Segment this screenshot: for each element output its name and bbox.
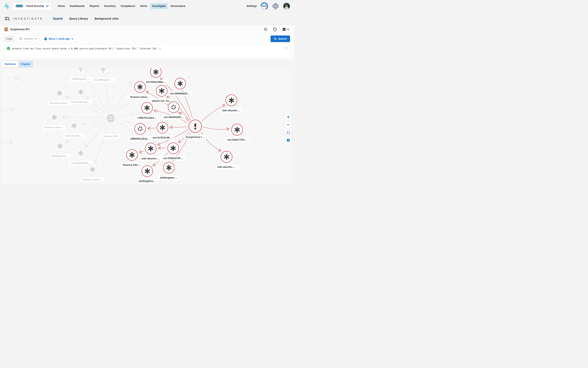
asterisk-icon [223, 154, 230, 160]
graph-node-a16[interactable] [163, 162, 175, 173]
graph-node-a11[interactable] [231, 124, 243, 136]
close-icon[interactable]: ✕ [285, 46, 288, 50]
node-label-f10[interactable]: finance-ubun… [81, 177, 104, 182]
graph-node-a8[interactable] [189, 120, 202, 133]
nav-item-reports[interactable]: Reports [88, 3, 101, 9]
node-label-a11[interactable]: eni-0a0e7793… [225, 138, 249, 142]
query-title: Suspicious IPs [10, 28, 30, 31]
node-label-a8[interactable]: Suspicious I… [184, 135, 206, 139]
globe-icon [19, 37, 22, 40]
graph-node-f8[interactable] [54, 140, 66, 152]
graph-node-a14[interactable] [126, 149, 138, 161]
node-label-f1[interactable]: ebillingtwo-… [70, 77, 91, 81]
diamonds-icon [15, 4, 24, 8]
nav-item-investigate[interactable]: Investigate [150, 3, 168, 9]
graph-node-f5[interactable] [49, 112, 60, 123]
gear-icon [170, 104, 177, 110]
graph-node-f4[interactable] [75, 86, 87, 98]
node-label-f9[interactable]: eni-06b8f084… [69, 161, 92, 166]
nav-item-compliance[interactable]: Compliance [119, 3, 137, 9]
time-range-dropdown[interactable]: Since 1 week ago [42, 36, 76, 42]
graph-node-f3[interactable] [54, 87, 65, 99]
search-icon[interactable] [263, 27, 268, 32]
undo-icon[interactable] [272, 27, 277, 32]
node-label-f4[interactable]: eni-01dfcaee… [70, 100, 92, 104]
asterisk-icon [166, 165, 172, 171]
graph-node-a13[interactable] [168, 143, 179, 154]
node-label-a5[interactable]: eni-06d54200… [162, 115, 185, 120]
node-label-f3[interactable]: finance-ubun… [48, 101, 71, 105]
product-switcher[interactable]: Cloud Security [13, 3, 51, 9]
graph-node-a17[interactable] [142, 166, 153, 177]
node-label-a15[interactable]: kali-ubuntu-… [216, 165, 237, 169]
node-label-f6[interactable]: kali-ubuntu-… [63, 133, 85, 138]
graph-node-a9[interactable] [134, 123, 146, 135]
nav-item-dashboards[interactable]: Dashboards [68, 3, 87, 9]
asterisk-icon [159, 88, 165, 94]
progress-percent: 67% [262, 5, 267, 7]
node-label-a14[interactable]: finance-541-… [121, 163, 143, 167]
graph-node-a15[interactable] [221, 151, 232, 163]
globe-icon [4, 27, 8, 31]
settings-link[interactable]: Settings [247, 5, 257, 8]
nav-item-alerts[interactable]: Alerts [138, 3, 149, 9]
nav-item-home[interactable]: Home [56, 3, 67, 9]
product-label: Cloud Security [26, 5, 44, 8]
top-nav: Cloud Security HomeDashboardsReportsInve… [0, 0, 294, 12]
node-label-a6[interactable]: i-09575c1be2… [135, 116, 159, 120]
fullscreen-icon[interactable] [285, 129, 291, 136]
node-label-f7[interactable]: Internet IPs [102, 134, 120, 139]
graph-node-a5[interactable] [168, 101, 179, 113]
node-label-a13[interactable]: eni-0262d709… [161, 156, 185, 161]
graph-node-a12[interactable] [145, 143, 156, 154]
node-label-a1[interactable]: eni-0b4e446a… [144, 80, 168, 84]
node-label-a9[interactable]: aff8d40132a3… [129, 137, 152, 141]
view-toggle-row: SwimlaneOrganic [0, 60, 294, 68]
progress-ring[interactable]: 67% [260, 2, 268, 10]
node-label-f2[interactable]: eni-02fba4a7… [92, 78, 114, 82]
node-label-a12[interactable]: kali-ubuntu-… [140, 156, 161, 161]
chevron-down-icon [46, 5, 49, 7]
graph-node-f10[interactable] [87, 164, 98, 175]
node-label-a3[interactable]: attack-vm_hz… [150, 99, 173, 103]
graph-node-a10[interactable] [157, 122, 168, 133]
chevron-down-icon [71, 38, 74, 40]
view-organic[interactable]: Organic [18, 61, 33, 67]
graph-node-a2[interactable] [134, 81, 146, 93]
node-label-a4[interactable]: eni-069d6b52… [169, 91, 192, 96]
logo-icon [4, 2, 10, 10]
entity-dropdown[interactable]: Network [17, 36, 39, 42]
view-swimlane[interactable]: Swimlane [2, 61, 18, 67]
asterisk-icon [89, 166, 96, 173]
save-icon[interactable] [282, 27, 290, 32]
node-label-a7[interactable]: kali-ubuntu-… [221, 108, 242, 113]
zoom-in-icon[interactable] [285, 114, 291, 120]
ai-chip-icon[interactable]: AI [272, 2, 279, 10]
asterisk-icon [228, 97, 235, 104]
tab-search[interactable]: Search [51, 16, 65, 22]
node-label-a10[interactable]: eni-0c910c48… [151, 135, 174, 140]
graph-node-f6[interactable] [68, 120, 80, 131]
zoom-out-icon[interactable] [285, 122, 291, 128]
node-label-a2[interactable]: finance-ubun… [128, 95, 151, 99]
node-label-f8[interactable]: ebillingone-… [49, 154, 71, 158]
query-text[interactable]: network from vpc.flow_record where bytes… [12, 47, 160, 50]
search-button[interactable]: Search [271, 36, 290, 42]
nav-item-inventory[interactable]: Inventory [102, 3, 117, 9]
graph-node-a6[interactable] [141, 102, 153, 114]
graph-node-f7[interactable] [103, 110, 119, 126]
tab-background-jobs[interactable]: Background Jobs [92, 16, 121, 22]
node-label-f5[interactable]: finance-ubun… [43, 125, 66, 130]
node-label-a16[interactable]: ebillingtwo-… [158, 175, 180, 180]
graph-node-f9[interactable] [75, 147, 86, 159]
graph-node-a7[interactable] [225, 94, 237, 106]
graph-panel[interactable]: eni-0b4e446a…finance-ubun…attack-vm_hz…e… [1, 68, 293, 184]
graph-node-a3[interactable] [156, 85, 168, 97]
graph-node-a4[interactable] [174, 78, 186, 89]
node-label-a17[interactable]: ebillingthre… [137, 179, 158, 184]
tab-query-library[interactable]: Query Library [67, 16, 90, 22]
avatar[interactable] [283, 3, 290, 9]
query-editor[interactable]: network from vpc.flow_record where bytes… [4, 44, 290, 57]
nav-item-governance[interactable]: Governance [169, 3, 187, 9]
download-icon[interactable] [285, 137, 291, 143]
